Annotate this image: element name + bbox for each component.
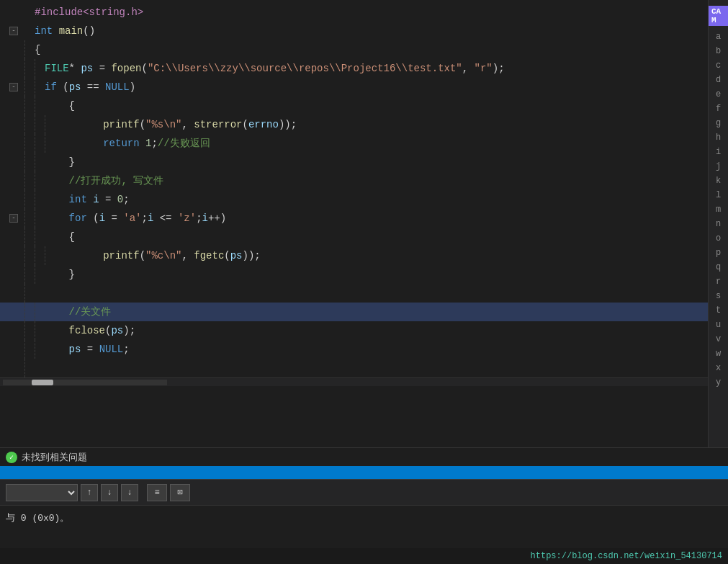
sidebar-letter-c[interactable]: c bbox=[716, 59, 721, 72]
footer-link-bar: https://blog.csdn.net/weixin_54130714 bbox=[0, 548, 728, 564]
indent-4 bbox=[24, 78, 35, 97]
line-content-17: //关文件 bbox=[45, 305, 708, 318]
indent-6 bbox=[24, 97, 35, 115]
sidebar-letter-w[interactable]: w bbox=[716, 347, 721, 360]
collapse-btn-12[interactable]: - bbox=[9, 214, 18, 223]
code-line-7[interactable]: printf("%s\n", strerror(errno)); bbox=[0, 115, 708, 134]
indent-35 bbox=[35, 340, 45, 359]
line-content-8: return 1;//失败返回 bbox=[55, 137, 708, 150]
toolbar-btn-wrap[interactable]: ⊡ bbox=[170, 484, 190, 501]
line-content-14: printf("%c\n", fgetc(ps)); bbox=[55, 250, 708, 261]
sidebar-letter-e[interactable]: e bbox=[716, 88, 721, 101]
code-line-10[interactable]: //打开成功, 写文件 bbox=[0, 171, 708, 190]
sidebar-letter-n[interactable]: n bbox=[716, 218, 721, 230]
code-line-12[interactable]: - for (i = 'a';i <= 'z';i++) bbox=[0, 209, 708, 228]
indent-10 bbox=[45, 115, 55, 134]
toolbar-btn-down[interactable]: ↓ bbox=[101, 484, 118, 501]
code-line-3[interactable]: { bbox=[0, 40, 708, 59]
sidebar-letter-p[interactable]: p bbox=[716, 246, 721, 259]
sidebar-letter-f[interactable]: f bbox=[716, 102, 721, 115]
sidebar-letter-d[interactable]: d bbox=[716, 73, 721, 86]
sidebar-letter-v[interactable]: v bbox=[716, 333, 721, 346]
code-line-18[interactable]: fclose(ps); bbox=[0, 321, 708, 340]
toolbar-btn-indent[interactable]: ≡ bbox=[147, 484, 167, 501]
sidebar-letter-x[interactable]: x bbox=[716, 362, 721, 375]
sidebar-letter-k[interactable]: k bbox=[716, 174, 721, 187]
toolbar-dropdown[interactable] bbox=[6, 484, 78, 501]
sidebar-letter-j[interactable]: j bbox=[716, 160, 721, 173]
toolbar-btn-left[interactable]: ↓ bbox=[121, 484, 138, 501]
sidebar-letter-y[interactable]: y bbox=[716, 376, 721, 389]
code-line-1[interactable]: #include<string.h> bbox=[0, 3, 708, 22]
indent-8 bbox=[24, 115, 35, 134]
horizontal-scrollbar[interactable] bbox=[0, 377, 708, 386]
sidebar-letter-s[interactable]: s bbox=[716, 290, 721, 303]
code-line-2[interactable]: - int main() bbox=[0, 22, 708, 40]
line-content-11: int i = 0; bbox=[45, 194, 708, 205]
line-content-9: } bbox=[45, 156, 708, 168]
output-text: 与 0 (0x0)。 bbox=[6, 513, 69, 524]
indent-21 bbox=[35, 209, 45, 228]
selection-bar bbox=[0, 466, 728, 479]
sidebar-letter-u[interactable]: u bbox=[716, 318, 721, 331]
sidebar-letter-q[interactable]: q bbox=[716, 261, 721, 274]
collapse-btn-5[interactable]: - bbox=[9, 83, 18, 91]
code-line-8[interactable]: return 1;//失败返回 bbox=[0, 134, 708, 153]
gutter-5: - bbox=[3, 83, 24, 91]
line-content-2: int main() bbox=[35, 25, 708, 37]
indent-9 bbox=[35, 115, 45, 134]
code-area[interactable]: #include<string.h> - int main() { FILE* … bbox=[0, 0, 708, 447]
indent-11 bbox=[24, 134, 35, 153]
sidebar-letter-o[interactable]: o bbox=[716, 232, 721, 245]
sidebar-letter-g[interactable]: g bbox=[716, 117, 721, 130]
sidebar-letter-l[interactable]: l bbox=[716, 189, 721, 202]
indent-14 bbox=[24, 153, 35, 171]
code-line-20[interactable] bbox=[0, 359, 708, 377]
indent-7 bbox=[35, 97, 45, 115]
indent-18 bbox=[24, 190, 35, 209]
sidebar-letter-a[interactable]: a bbox=[716, 30, 721, 43]
code-line-5[interactable]: - if (ps == NULL) bbox=[0, 78, 708, 97]
indent-5 bbox=[35, 78, 45, 97]
gutter-12: - bbox=[3, 214, 24, 223]
footer-link[interactable]: https://blog.csdn.net/weixin_54130714 bbox=[531, 551, 722, 561]
line-content-19: ps = NULL; bbox=[45, 344, 708, 355]
indent-24 bbox=[24, 246, 35, 265]
sidebar-letter-r[interactable]: r bbox=[716, 275, 721, 288]
collapse-btn-2[interactable]: - bbox=[9, 27, 18, 35]
sidebar-letter-m[interactable]: m bbox=[716, 203, 721, 216]
code-line-19[interactable]: ps = NULL; bbox=[0, 340, 708, 359]
indent-1 bbox=[24, 40, 35, 59]
sidebar-letter-b[interactable]: b bbox=[716, 45, 721, 58]
code-line-9[interactable]: } bbox=[0, 153, 708, 171]
code-line-11[interactable]: int i = 0; bbox=[0, 190, 708, 209]
sidebar-letter-t[interactable]: t bbox=[716, 304, 721, 317]
code-line-6[interactable]: { bbox=[0, 97, 708, 115]
output-area: 与 0 (0x0)。 bbox=[0, 505, 728, 548]
indent-23 bbox=[35, 228, 45, 246]
code-line-15[interactable]: } bbox=[0, 265, 708, 284]
indent-33 bbox=[35, 321, 45, 340]
line-content-3: { bbox=[35, 44, 708, 55]
line-content-18: fclose(ps); bbox=[45, 325, 708, 336]
indent-17 bbox=[35, 171, 45, 190]
gutter-2: - bbox=[3, 27, 24, 35]
indent-27 bbox=[24, 265, 35, 284]
line-content-6: { bbox=[45, 100, 708, 112]
indent-32 bbox=[24, 321, 35, 340]
line-content-10: //打开成功, 写文件 bbox=[45, 174, 708, 187]
indent-34 bbox=[24, 340, 35, 359]
code-line-13[interactable]: { bbox=[0, 228, 708, 246]
indent-22 bbox=[24, 228, 35, 246]
ca-button[interactable]: CA M bbox=[709, 6, 728, 26]
indent-16 bbox=[24, 171, 35, 190]
code-line-14[interactable]: printf("%c\n", fgetc(ps)); bbox=[0, 246, 708, 265]
sidebar-letter-i[interactable]: i bbox=[716, 146, 721, 158]
sidebar-letter-h[interactable]: h bbox=[716, 131, 721, 144]
code-line-16[interactable] bbox=[0, 284, 708, 303]
code-line-17[interactable]: //关文件 bbox=[0, 303, 708, 321]
indent-19 bbox=[35, 190, 45, 209]
editor-container: #include<string.h> - int main() { FILE* … bbox=[0, 0, 728, 447]
code-line-4[interactable]: FILE* ps = fopen("C:\\Users\\zzy\\source… bbox=[0, 59, 708, 78]
toolbar-btn-up[interactable]: ↑ bbox=[81, 484, 98, 501]
